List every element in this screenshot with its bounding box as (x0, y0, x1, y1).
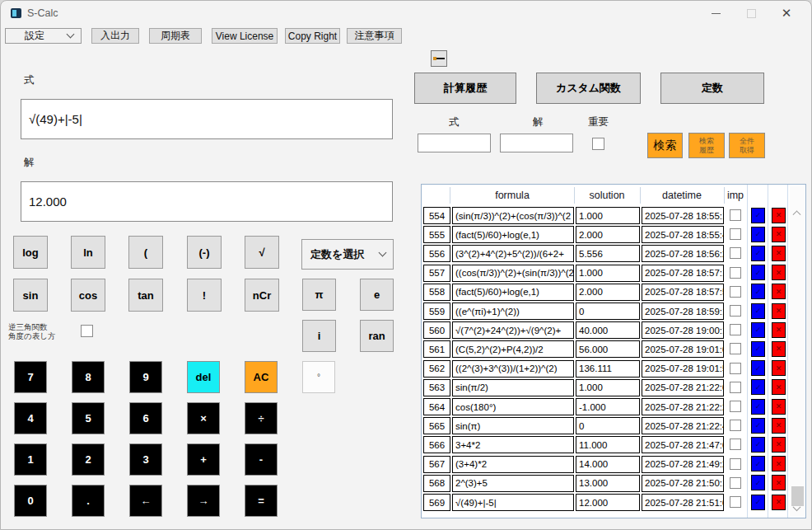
imp-checkbox[interactable] (730, 324, 741, 335)
row-id-cell[interactable]: 569 (423, 494, 450, 511)
calc-key-sin[interactable]: sin (13, 279, 48, 312)
settings-combobox[interactable]: 設定 (5, 28, 82, 44)
restore-row-button[interactable]: ✓ (751, 456, 765, 471)
minimize-button[interactable] (703, 4, 728, 22)
numpad-key-7[interactable]: 7 (14, 361, 47, 393)
solution-output[interactable]: 12.000 (21, 181, 393, 222)
numpad-key-6[interactable]: 6 (129, 402, 162, 434)
delete-row-button[interactable]: ✕ (772, 341, 786, 357)
column-header-datetime[interactable]: datetime (641, 185, 723, 206)
datetime-cell[interactable]: 2025-07-28 18:57:58 (642, 284, 724, 301)
delete-row-button[interactable]: ✕ (772, 495, 786, 510)
search-formula-input[interactable] (418, 134, 491, 152)
scroll-down-icon[interactable] (794, 508, 801, 515)
view-license-button[interactable]: View License (212, 28, 278, 44)
restore-row-button[interactable]: ✓ (751, 360, 765, 376)
numpad-key-÷[interactable]: ÷ (245, 402, 278, 434)
numpad-key-8[interactable]: 8 (72, 361, 105, 393)
calc-key-ncr[interactable]: nCr (245, 279, 279, 312)
datetime-cell[interactable]: 2025-07-28 21:51:05 (642, 494, 724, 511)
datetime-cell[interactable]: 2025-07-28 21:50:13 (642, 475, 724, 492)
numpad-key-←[interactable]: ← (129, 485, 162, 517)
restore-row-button[interactable]: ✓ (751, 379, 765, 395)
solution-cell[interactable]: 12.000 (576, 494, 640, 511)
constant-select-combobox[interactable]: 定数を選択 (301, 239, 394, 270)
delete-row-button[interactable]: ✕ (772, 208, 786, 223)
formula-cell[interactable]: (3+4)*2 (452, 456, 574, 473)
delete-row-button[interactable]: ✕ (772, 322, 786, 338)
calc-key-neg[interactable]: (-) (187, 236, 222, 269)
solution-cell[interactable]: -1.000 (576, 398, 640, 415)
calc-key-ran[interactable]: ran (360, 320, 394, 352)
calc-key-tan[interactable]: tan (128, 279, 163, 312)
imp-checkbox[interactable] (730, 209, 741, 221)
datetime-cell[interactable]: 2025-07-28 19:00:12 (642, 321, 724, 339)
formula-cell[interactable]: 3+4*2 (452, 436, 574, 453)
delete-row-button[interactable]: ✕ (772, 246, 786, 261)
table-scrollbar[interactable] (790, 186, 805, 516)
calc-key-e[interactable]: e (360, 279, 394, 311)
solution-cell[interactable]: 0 (576, 303, 640, 320)
solution-cell[interactable]: 1.000 (576, 207, 640, 224)
solution-cell[interactable]: 13.000 (576, 475, 640, 492)
imp-checkbox[interactable] (730, 401, 741, 412)
delete-row-button[interactable]: ✕ (772, 227, 786, 242)
restore-row-button[interactable]: ✓ (751, 246, 765, 261)
restore-row-button[interactable]: ✓ (751, 341, 765, 357)
imp-checkbox[interactable] (730, 286, 741, 298)
formula-cell[interactable]: (3^(2)+4^(2)+5^(2))/(6+2+ (452, 245, 574, 262)
formula-cell[interactable]: ((e^(πi)+1)^(2)) (452, 303, 574, 320)
tab-calc-history[interactable]: 計算履歴 (414, 73, 516, 104)
inverse-trig-checkbox[interactable] (81, 325, 93, 337)
formula-cell[interactable]: √(7^(2)+24^(2))+√(9^(2)+ (452, 321, 574, 339)
datetime-cell[interactable]: 2025-07-28 21:22:07 (642, 379, 724, 396)
column-header-formula[interactable]: formula (451, 185, 573, 206)
formula-cell[interactable]: (C(5,2)^(2)+P(4,2))/2 (452, 340, 574, 358)
calc-key-cos[interactable]: cos (71, 279, 105, 312)
numpad-key-del[interactable]: del (187, 361, 220, 393)
formula-cell[interactable]: sin(π) (452, 417, 574, 434)
datetime-cell[interactable]: 2025-07-28 18:56:25 (642, 245, 724, 262)
formula-cell[interactable]: (fact(5)/60)+log(e,1) (452, 284, 574, 301)
row-id-cell[interactable]: 564 (423, 398, 450, 415)
calc-key-i[interactable]: i (302, 320, 336, 352)
delete-row-button[interactable]: ✕ (772, 379, 786, 395)
calc-key-degree[interactable]: ° (302, 361, 335, 393)
restore-row-button[interactable]: ✓ (751, 418, 765, 434)
restore-row-button[interactable]: ✓ (751, 399, 765, 415)
formula-cell[interactable]: (fact(5)/60)+log(e,1) (452, 226, 574, 243)
collapse-panel-button[interactable] (431, 50, 447, 67)
datetime-cell[interactable]: 2025-07-28 18:57:15 (642, 265, 724, 282)
imp-checkbox[interactable] (730, 477, 741, 489)
solution-cell[interactable]: 40.000 (576, 321, 640, 339)
solution-cell[interactable]: 11.000 (576, 436, 640, 453)
calc-key-ln[interactable]: ln (71, 236, 105, 269)
delete-row-button[interactable]: ✕ (772, 360, 786, 376)
delete-row-button[interactable]: ✕ (772, 437, 786, 453)
numpad-key-4[interactable]: 4 (14, 402, 47, 434)
restore-row-button[interactable]: ✓ (751, 437, 765, 453)
column-header-imp[interactable]: imp (725, 185, 746, 206)
numpad-key-3[interactable]: 3 (129, 443, 162, 476)
imp-checkbox[interactable] (730, 363, 741, 374)
copy-right-button[interactable]: Copy Right (285, 28, 340, 44)
delete-row-button[interactable]: ✕ (772, 475, 786, 490)
imp-checkbox[interactable] (730, 382, 741, 393)
row-id-cell[interactable]: 560 (423, 321, 450, 339)
calc-key-sqrt[interactable]: √ (245, 236, 279, 269)
solution-cell[interactable]: 0 (576, 417, 640, 434)
numpad-key-0[interactable]: 0 (14, 485, 47, 517)
restore-row-button[interactable]: ✓ (751, 303, 765, 319)
fetch-all-button[interactable]: 全件取得 (729, 133, 765, 158)
formula-cell[interactable]: ((2^(3)+3^(3))/(1+2))^(2) (452, 360, 574, 378)
imp-checkbox[interactable] (730, 247, 741, 259)
restore-row-button[interactable]: ✓ (751, 265, 765, 280)
delete-row-button[interactable]: ✕ (772, 303, 786, 319)
datetime-cell[interactable]: 2025-07-28 18:55:47 (642, 226, 724, 243)
delete-row-button[interactable]: ✕ (772, 399, 786, 415)
datetime-cell[interactable]: 2025-07-28 21:49:23 (642, 456, 724, 473)
restore-row-button[interactable]: ✓ (751, 475, 765, 490)
row-id-cell[interactable]: 563 (423, 379, 450, 396)
row-id-cell[interactable]: 555 (423, 226, 450, 243)
numpad-key--[interactable]: - (245, 443, 278, 476)
